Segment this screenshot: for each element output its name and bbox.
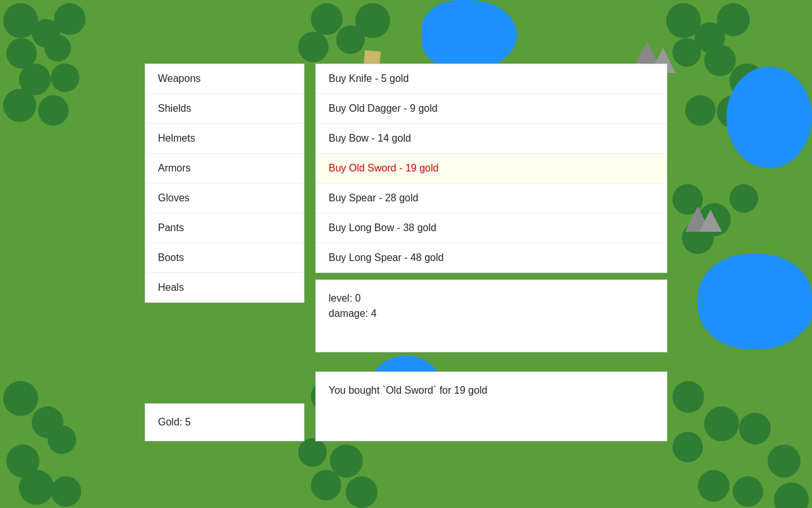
gold-panel: Gold: 5 bbox=[145, 403, 304, 441]
shop-item-oldsword[interactable]: Buy Old Sword - 19 gold bbox=[316, 154, 667, 184]
gold-label: Gold: 5 bbox=[158, 417, 191, 427]
category-heals[interactable]: Heals bbox=[145, 273, 304, 302]
shop-item-spear[interactable]: Buy Spear - 28 gold bbox=[316, 184, 667, 213]
category-panel: Weapons Shields Helmets Armors Gloves Pa… bbox=[145, 64, 304, 303]
shop-item-dagger[interactable]: Buy Old Dagger - 9 gold bbox=[316, 94, 667, 124]
shop-item-longspear[interactable]: Buy Long Spear - 48 gold bbox=[316, 243, 667, 272]
category-gloves[interactable]: Gloves bbox=[145, 184, 304, 213]
shop-item-longbow[interactable]: Buy Long Bow - 38 gold bbox=[316, 213, 667, 243]
stats-level: level: 0 bbox=[329, 293, 654, 304]
items-panel: Buy Knife - 5 gold Buy Old Dagger - 9 go… bbox=[315, 64, 667, 273]
category-shields[interactable]: Shields bbox=[145, 94, 304, 124]
stats-panel: level: 0 damage: 4 bbox=[315, 279, 667, 352]
message-panel: You bought `Old Sword` for 19 gold bbox=[315, 371, 667, 441]
category-boots[interactable]: Boots bbox=[145, 243, 304, 273]
category-weapons[interactable]: Weapons bbox=[145, 64, 304, 94]
message-text: You bought `Old Sword` for 19 gold bbox=[329, 385, 654, 396]
ui-overlay: Weapons Shields Helmets Armors Gloves Pa… bbox=[0, 0, 812, 508]
category-armors[interactable]: Armors bbox=[145, 154, 304, 184]
stats-damage: damage: 4 bbox=[329, 308, 654, 319]
category-pants[interactable]: Pants bbox=[145, 213, 304, 243]
category-helmets[interactable]: Helmets bbox=[145, 124, 304, 154]
shop-item-bow[interactable]: Buy Bow - 14 gold bbox=[316, 124, 667, 154]
shop-item-knife[interactable]: Buy Knife - 5 gold bbox=[316, 64, 667, 94]
